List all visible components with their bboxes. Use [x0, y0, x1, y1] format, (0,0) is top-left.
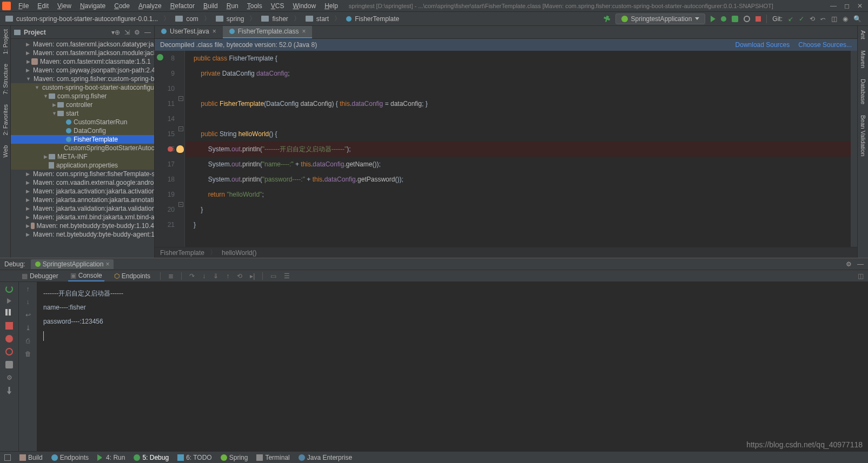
code-line[interactable]: System.out.println("password----:" + thi…: [185, 172, 851, 187]
tree-node[interactable]: ▶Maven: com.fasterxml.jackson.module:jac…: [11, 49, 154, 57]
menu-window[interactable]: Window: [288, 1, 320, 11]
code-line[interactable]: public class FisherTemplate {: [185, 51, 851, 66]
rerun-icon[interactable]: [5, 285, 13, 293]
debug-session-tab[interactable]: SpringtestApplication ×: [31, 259, 114, 269]
pause-icon[interactable]: [5, 309, 13, 317]
stop-icon[interactable]: [756, 16, 761, 22]
stop-icon[interactable]: [5, 322, 13, 330]
tree-node[interactable]: ▶Maven: jakarta.validation:jakarta.valid…: [11, 204, 154, 213]
tab-console[interactable]: ▣Console: [68, 271, 104, 281]
tab-endpoints[interactable]: ⬡Endpoints: [112, 271, 153, 281]
tw-endpoints[interactable]: Endpoints: [51, 454, 89, 461]
step-over-icon[interactable]: ↷: [189, 272, 195, 280]
hide-icon[interactable]: —: [144, 29, 151, 36]
tree-node[interactable]: ▶Maven: com.spring.fisher:fisherTemplate…: [11, 170, 154, 178]
fold-icon[interactable]: −: [178, 126, 183, 131]
fold-icon[interactable]: −: [178, 96, 183, 101]
close-icon[interactable]: ×: [302, 28, 306, 35]
breadcrumb-class[interactable]: FisherTemplate: [160, 249, 204, 257]
code-line[interactable]: public String helloWorld() {: [185, 126, 851, 142]
tw-terminal[interactable]: Terminal: [256, 454, 289, 461]
tree-node[interactable]: ▼com.spring.fisher: [11, 92, 154, 100]
tree-node[interactable]: FisherTemplate: [11, 135, 154, 144]
step-out-icon[interactable]: ↑: [226, 272, 229, 280]
tab-web[interactable]: Web: [2, 145, 9, 157]
tree-node[interactable]: CustomSpringBootStarterAutoconfigure: [11, 144, 154, 152]
menu-analyze[interactable]: Analyze: [134, 1, 166, 11]
menu-run[interactable]: Run: [222, 1, 243, 11]
tree-node[interactable]: ▼start: [11, 109, 154, 118]
menu-build[interactable]: Build: [199, 1, 222, 11]
get-thread-dump-icon[interactable]: [5, 361, 13, 368]
hide-icon[interactable]: —: [857, 260, 864, 268]
minimize-icon[interactable]: —: [830, 2, 837, 10]
tab-favorites[interactable]: 2: Favorites: [2, 104, 9, 135]
tab-structure[interactable]: 7: Structure: [2, 64, 9, 95]
up-icon[interactable]: ↑: [26, 285, 30, 293]
profiler-icon[interactable]: [744, 16, 750, 22]
git-commit-icon[interactable]: ✓: [799, 15, 804, 23]
tw-spring[interactable]: Spring: [221, 454, 248, 461]
tab-maven[interactable]: Maven: [860, 50, 866, 68]
ide-layout-icon[interactable]: ◫: [831, 15, 837, 23]
tree-node[interactable]: ▶Maven: com.jayway.jsonpath:json-path:2.…: [11, 66, 154, 75]
menu-file[interactable]: File: [14, 1, 33, 11]
breadcrumb-spring[interactable]: spring: [214, 14, 247, 23]
tab-ant[interactable]: Ant: [860, 30, 866, 39]
tree-node[interactable]: ▶Maven: com.fasterxml.jackson.datatype:j…: [11, 40, 154, 49]
maximize-icon[interactable]: ◻: [844, 2, 850, 10]
clear-icon[interactable]: 🗑: [25, 350, 31, 358]
pin-tab-icon[interactable]: [5, 387, 13, 394]
menu-help[interactable]: Help: [320, 1, 342, 11]
close-icon[interactable]: ✕: [857, 2, 863, 10]
code-line[interactable]: [185, 111, 851, 126]
evaluate-icon[interactable]: ▭: [270, 272, 276, 280]
tree-node[interactable]: ▼Maven: com.spring.fisher:custom-spring-…: [11, 75, 154, 83]
tree-node[interactable]: ▶Maven: jakarta.annotation:jakarta.annot…: [11, 196, 154, 204]
code-line[interactable]: }: [185, 217, 851, 232]
build-icon[interactable]: [602, 15, 611, 23]
editor-scrollbar[interactable]: [851, 51, 857, 247]
tw-run[interactable]: 4: Run: [97, 454, 125, 461]
breadcrumb-fisher[interactable]: fisher: [259, 14, 290, 23]
run-gutter-icon[interactable]: [157, 54, 163, 61]
tree-node[interactable]: DataConfig: [11, 126, 154, 135]
search-icon[interactable]: 🔍: [853, 15, 862, 23]
gear-icon[interactable]: ⚙: [846, 260, 852, 268]
code-line[interactable]: return "helloWorld";: [185, 187, 851, 202]
intention-bulb-icon[interactable]: [176, 145, 184, 153]
git-revert-icon[interactable]: ⤺: [820, 15, 826, 23]
down-icon[interactable]: ↓: [26, 298, 30, 306]
tab-debugger[interactable]: ▦Debugger: [19, 271, 61, 281]
code-editor[interactable]: 891011−1415−1617181920−21 public class F…: [155, 51, 857, 247]
code-line[interactable]: }: [185, 202, 851, 217]
select-opened-file-icon[interactable]: ⊕: [115, 29, 120, 36]
tree-node[interactable]: ▶Maven: net.bytebuddy:byte-buddy:1.10.4: [11, 222, 154, 230]
resume-icon[interactable]: [7, 298, 11, 304]
tree-node[interactable]: ▶META-INF: [11, 152, 154, 161]
git-update-icon[interactable]: ↙: [788, 15, 793, 23]
trace-icon[interactable]: ☰: [284, 272, 290, 280]
tw-debug[interactable]: 5: Debug: [134, 454, 169, 461]
view-breakpoints-icon[interactable]: [5, 335, 13, 343]
tree-node[interactable]: ▶Maven: jakarta.activation:jakarta.activ…: [11, 187, 154, 196]
tw-todo[interactable]: 6: TODO: [177, 454, 212, 461]
tree-node[interactable]: ▼custom-spring-boot-starter-autoconfigur…: [11, 83, 154, 92]
console-output[interactable]: -------开启自定义启动器------name----:fisherpass…: [37, 282, 868, 451]
download-sources-link[interactable]: Download Sources: [736, 41, 790, 49]
step-into-icon[interactable]: ↓: [202, 272, 206, 280]
run-icon[interactable]: [711, 16, 715, 22]
tab-database[interactable]: Database: [860, 79, 866, 104]
code-line[interactable]: System.out.println("-------开启自定义启动器-----…: [185, 142, 851, 157]
tree-node[interactable]: ▶Maven: jakarta.xml.bind:jakarta.xml.bin…: [11, 213, 154, 222]
code-line[interactable]: System.out.println("name----:" + this.da…: [185, 157, 851, 172]
mute-breakpoints-icon[interactable]: [5, 348, 13, 355]
fold-icon[interactable]: −: [178, 202, 183, 207]
choose-sources-link[interactable]: Choose Sources...: [798, 41, 852, 49]
scroll-to-end-icon[interactable]: ⤓: [25, 324, 31, 332]
force-step-into-icon[interactable]: ⇓: [213, 272, 218, 280]
breakpoint-icon[interactable]: [168, 146, 173, 152]
soft-wrap-icon[interactable]: ↩: [25, 311, 31, 319]
show-tool-windows-icon[interactable]: [4, 454, 11, 461]
code-line[interactable]: public FisherTemplate(DataConfig dataCon…: [185, 96, 851, 111]
